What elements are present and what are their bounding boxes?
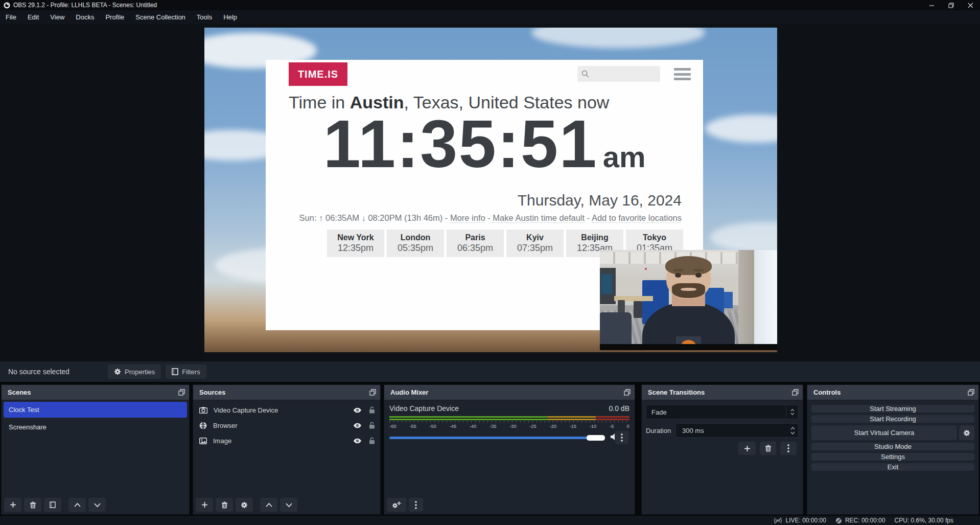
virtual-camera-config-button[interactable] [959, 425, 974, 440]
visibility-eye-icon[interactable] [353, 407, 362, 413]
live-time: LIVE: 00:00:00 [785, 517, 826, 524]
city-box-kyiv[interactable]: Kyiv07:35pm [506, 230, 564, 257]
city-box-london[interactable]: London05:35pm [387, 230, 444, 257]
exit-button[interactable]: Exit [811, 463, 974, 471]
scenes-dock-header: Scenes [2, 385, 189, 400]
scene-item-clock-test[interactable]: Clock Test [4, 402, 187, 418]
popout-icon[interactable] [178, 389, 185, 396]
menu-file[interactable]: File [0, 10, 22, 24]
rec-time: REC: 00:00:00 [845, 517, 885, 524]
add-favorite-link[interactable]: Add to favorite locations [592, 213, 682, 223]
sources-dock: Sources Video Capture Device Browser Ima… [193, 384, 381, 515]
scene-up-button[interactable] [68, 498, 86, 512]
restore-button[interactable] [941, 0, 961, 10]
transition-select[interactable]: Fade [646, 405, 799, 419]
popout-icon[interactable] [624, 389, 631, 396]
more-info-link[interactable]: More info [450, 213, 485, 223]
title-bar: OBS 29.1.2 - Profile: LLHLS BETA - Scene… [0, 0, 980, 10]
mixer-menu-button[interactable] [409, 498, 423, 512]
duration-spinbox[interactable]: 300 ms [675, 423, 799, 438]
lock-icon[interactable] [369, 437, 375, 444]
double-gear-icon [392, 501, 401, 509]
popout-icon[interactable] [792, 389, 799, 396]
person-hair [665, 256, 711, 275]
selected-source-toolbar: No source selected Properties Filters [0, 361, 980, 382]
volume-slider-handle[interactable] [587, 435, 605, 441]
volume-meter [389, 416, 629, 420]
spinner-arrows-icon[interactable] [790, 424, 795, 437]
mixer-channel-name: Video Capture Device [389, 404, 459, 413]
properties-button[interactable]: Properties [108, 364, 161, 379]
menu-docks[interactable]: Docks [70, 10, 100, 24]
menu-tools[interactable]: Tools [191, 10, 218, 24]
sources-dock-header: Sources [193, 385, 380, 400]
add-source-button[interactable] [196, 498, 213, 512]
time-digits: 11:35:51 [323, 107, 598, 181]
program-canvas[interactable]: TIME.IS Time in Austin, Texas, United St… [204, 28, 777, 352]
visibility-eye-icon[interactable] [353, 438, 362, 444]
scene-item-screenshare[interactable]: Screenshare [4, 419, 187, 435]
transition-menu-button[interactable] [780, 442, 797, 455]
source-row-browser[interactable]: Browser [193, 418, 380, 433]
cloud-shape [710, 222, 777, 253]
search-icon [581, 70, 590, 78]
filters-button[interactable]: Filters [166, 364, 206, 379]
menu-profile[interactable]: Profile [100, 10, 130, 24]
menu-view[interactable]: View [44, 10, 70, 24]
stream-inactive-icon [774, 517, 782, 524]
lock-icon[interactable] [369, 422, 375, 429]
timeis-search-input[interactable] [577, 66, 660, 82]
start-recording-button[interactable]: Start Recording [811, 415, 974, 423]
popout-icon[interactable] [369, 389, 376, 396]
current-date: Thursday, May 16, 2024 [518, 192, 682, 209]
audio-mixer-header: Audio Mixer [384, 385, 635, 400]
source-row-image[interactable]: Image [193, 433, 380, 448]
minimize-button[interactable] [922, 0, 941, 10]
city-box-newyork[interactable]: New York12:35pm [327, 230, 384, 257]
source-up-button[interactable] [260, 498, 277, 512]
start-virtual-camera-button[interactable]: Start Virtual Camera [811, 425, 957, 440]
start-streaming-button[interactable]: Start Streaming [811, 405, 974, 413]
studio-mode-button[interactable]: Studio Mode [811, 443, 974, 450]
menu-scene-collection[interactable]: Scene Collection [130, 10, 191, 24]
city-box-paris[interactable]: Paris06:35pm [447, 230, 504, 257]
source-row-video-capture[interactable]: Video Capture Device [193, 402, 380, 418]
add-transition-button[interactable] [738, 442, 756, 455]
mixer-channel-menu-button[interactable] [615, 431, 628, 444]
remove-scene-button[interactable] [24, 498, 41, 512]
scene-filters-button[interactable] [44, 498, 61, 512]
source-down-button[interactable] [280, 498, 297, 512]
settings-button[interactable]: Settings [811, 453, 974, 461]
hamburger-menu-icon[interactable] [674, 68, 691, 80]
preview-area: TIME.IS Time in Austin, Texas, United St… [0, 24, 980, 361]
time-meridiem: am [603, 140, 646, 174]
scenes-toolbar [4, 498, 106, 512]
lock-icon[interactable] [369, 406, 375, 414]
sun-info-line: Sun: ↑ 06:35AM ↓ 08:20PM (13h 46m) - Mor… [299, 213, 682, 223]
sources-toolbar [196, 498, 297, 512]
globe-icon [199, 422, 207, 429]
image-icon [199, 438, 207, 444]
visibility-eye-icon[interactable] [353, 423, 362, 428]
make-default-link[interactable]: Make Austin time default [493, 213, 585, 223]
no-source-label: No source selected [8, 368, 108, 376]
remove-transition-button[interactable] [760, 442, 776, 455]
current-time-display: 11:35:51 am [266, 107, 703, 181]
advanced-audio-button[interactable] [387, 498, 406, 512]
cloud-shape [705, 115, 777, 143]
scene-down-button[interactable] [88, 498, 106, 512]
dock-area: Scenes Clock Test Screenshare Sources [0, 382, 980, 516]
status-bar: LIVE: 00:00:00 REC: 00:00:00 CPU: 0.6%, … [0, 516, 980, 525]
remove-source-button[interactable] [216, 498, 233, 512]
timeis-logo[interactable]: TIME.IS [289, 62, 347, 86]
menu-edit[interactable]: Edit [22, 10, 44, 24]
scenes-dock: Scenes Clock Test Screenshare [1, 384, 190, 515]
obs-window: OBS 29.1.2 - Profile: LLHLS BETA - Scene… [0, 0, 980, 525]
close-button[interactable] [961, 0, 980, 10]
popout-icon[interactable] [968, 389, 974, 396]
add-scene-button[interactable] [4, 498, 21, 512]
scene-transitions-dock: Scene Transitions Fade Duration 300 ms [641, 384, 803, 515]
menu-help[interactable]: Help [218, 10, 243, 24]
volume-slider-track[interactable] [389, 437, 604, 439]
source-properties-button[interactable] [236, 498, 253, 512]
